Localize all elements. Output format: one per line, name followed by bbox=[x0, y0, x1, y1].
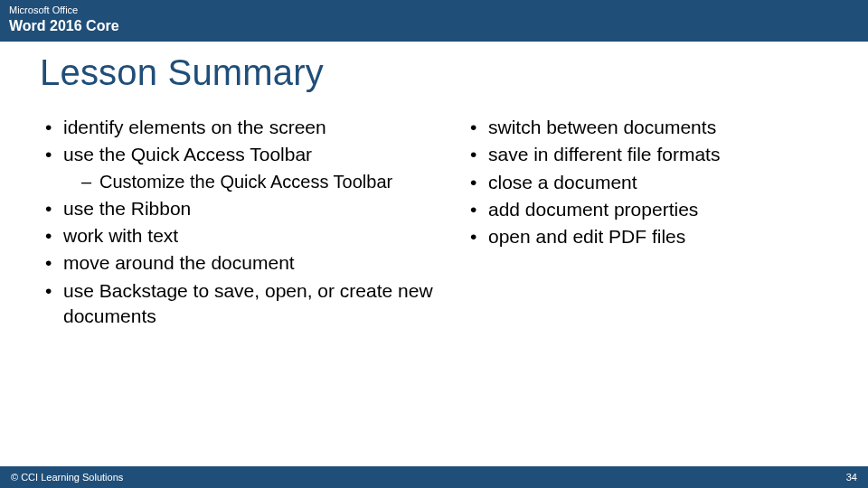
list-item: work with text bbox=[40, 223, 447, 249]
list-item: identify elements on the screen bbox=[40, 115, 447, 140]
list-item-text: add document properties bbox=[488, 199, 698, 220]
list-item-text: open and edit PDF files bbox=[488, 226, 685, 247]
list-item: move around the document bbox=[40, 250, 447, 276]
list-item: open and edit PDF files bbox=[465, 224, 828, 249]
list-item-text: switch between documents bbox=[488, 117, 716, 137]
list-item: save in different file formats bbox=[465, 142, 828, 167]
page-number: 34 bbox=[846, 472, 857, 483]
columns: identify elements on the screen use the … bbox=[40, 115, 828, 331]
bullet-list-right: switch between documents save in differe… bbox=[465, 115, 828, 250]
list-item: close a document bbox=[465, 170, 828, 195]
list-item-text: close a document bbox=[488, 172, 637, 192]
content-area: Lesson Summary identify elements on the … bbox=[0, 42, 868, 488]
sub-list: Customize the Quick Access Toolbar bbox=[78, 170, 447, 194]
list-item: use Backstage to save, open, or create n… bbox=[40, 278, 447, 330]
slide: Microsoft Office Word 2016 Core Lesson S… bbox=[0, 0, 868, 488]
left-column: identify elements on the screen use the … bbox=[40, 115, 447, 331]
list-item-text: move around the document bbox=[63, 252, 295, 273]
list-item: use the Quick Access Toolbar Customize t… bbox=[40, 142, 447, 193]
header-brand: Microsoft Office bbox=[9, 4, 859, 16]
list-item-text: use the Ribbon bbox=[63, 198, 191, 219]
list-item-text: work with text bbox=[63, 225, 178, 246]
sub-list-item: Customize the Quick Access Toolbar bbox=[78, 170, 447, 194]
list-item: add document properties bbox=[465, 197, 828, 222]
right-column: switch between documents save in differe… bbox=[465, 115, 828, 331]
header-band: Microsoft Office Word 2016 Core bbox=[0, 0, 868, 42]
list-item-text: save in different file formats bbox=[488, 144, 720, 164]
list-item: use the Ribbon bbox=[40, 196, 447, 221]
footer-band: © CCI Learning Solutions 34 bbox=[0, 466, 868, 488]
list-item-text: use Backstage to save, open, or create n… bbox=[63, 280, 433, 326]
list-item-text: use the Quick Access Toolbar bbox=[63, 144, 312, 164]
list-item: switch between documents bbox=[465, 115, 828, 140]
list-item-text: identify elements on the screen bbox=[63, 117, 326, 137]
bullet-list-left: identify elements on the screen use the … bbox=[40, 115, 447, 329]
page-title: Lesson Summary bbox=[40, 52, 828, 93]
footer-copyright: © CCI Learning Solutions bbox=[11, 472, 123, 483]
sub-list-item-text: Customize the Quick Access Toolbar bbox=[99, 172, 392, 192]
header-product: Word 2016 Core bbox=[9, 16, 859, 36]
